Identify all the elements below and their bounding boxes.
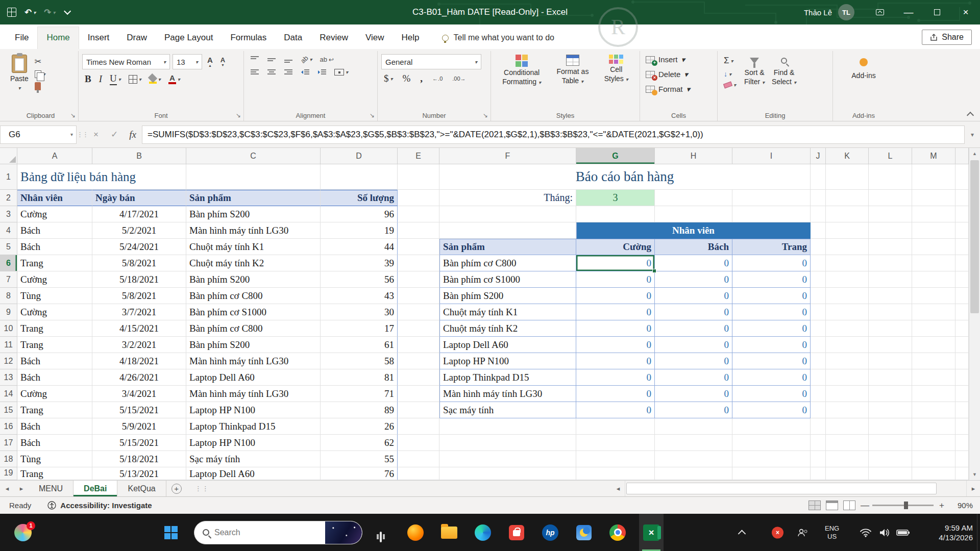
cell-E12[interactable] <box>398 353 439 369</box>
cell-A12[interactable]: Bách <box>17 353 92 369</box>
cell-F10[interactable]: Chuột máy tính K2 <box>439 320 576 337</box>
cell-L10[interactable] <box>869 320 912 337</box>
cell-E9[interactable] <box>398 304 439 320</box>
cell-M9[interactable] <box>912 304 955 320</box>
hidden-icons-chevron[interactable] <box>738 530 746 538</box>
increase-decimal-button[interactable]: ←.0 <box>430 74 445 83</box>
cell-B12[interactable]: 4/18/2021 <box>92 353 186 369</box>
format-cells-button[interactable]: Format▾ <box>644 82 714 96</box>
cell-L11[interactable] <box>869 337 912 353</box>
italic-button[interactable]: I <box>96 72 105 86</box>
align-bottom-button[interactable] <box>281 54 296 65</box>
chevron-down-icon[interactable]: ▾ <box>626 77 628 82</box>
enter-entry-button[interactable]: ✓ <box>105 126 124 144</box>
merge-center-button[interactable]: ▾ <box>332 67 351 77</box>
cell-L13[interactable] <box>869 369 912 386</box>
cell-F19[interactable] <box>439 467 576 480</box>
cell-E13[interactable] <box>398 369 439 386</box>
cell-F13[interactable]: Laptop Thinkpad D15 <box>439 369 576 386</box>
cell-G4[interactable]: Nhân viên <box>576 222 811 239</box>
cell-E6[interactable] <box>398 255 439 271</box>
cell-B14[interactable]: 3/4/2021 <box>92 386 186 402</box>
chevron-down-icon[interactable]: ▾ <box>687 85 691 94</box>
cell-D3[interactable]: 96 <box>321 206 398 222</box>
chevron-down-icon[interactable]: ▾ <box>33 10 36 15</box>
cell-K10[interactable] <box>826 320 869 337</box>
cell-C19[interactable]: Laptop Dell A60 <box>186 467 321 480</box>
cell-B9[interactable]: 3/7/2021 <box>92 304 186 320</box>
cell-F18[interactable] <box>439 451 576 467</box>
cell-D13[interactable]: 81 <box>321 369 398 386</box>
cell-F12[interactable]: Laptop HP N100 <box>439 353 576 369</box>
show-desktop-button[interactable] <box>977 514 980 551</box>
fill-handle[interactable] <box>652 269 656 273</box>
chevron-down-icon[interactable]: ▾ <box>195 59 198 65</box>
column-header-G[interactable]: G <box>576 148 655 164</box>
cell-J15[interactable] <box>811 402 826 418</box>
cell-A7[interactable]: Cường <box>17 271 92 288</box>
cell-M19[interactable] <box>912 467 955 480</box>
tab-insert[interactable]: Insert <box>79 27 118 49</box>
find-select-button[interactable]: Find &Select ▾ <box>768 52 800 89</box>
formula-bar-splitter[interactable]: ⋮⋮ <box>77 131 87 138</box>
cell-B8[interactable]: 5/8/2021 <box>92 288 186 304</box>
cell-G14[interactable]: 0 <box>576 386 655 402</box>
cell-G17[interactable] <box>576 435 655 451</box>
cell-M10[interactable] <box>912 320 955 337</box>
tab-help[interactable]: Help <box>393 27 428 49</box>
undo-button[interactable]: ↶▾ <box>24 7 36 18</box>
align-left-button[interactable] <box>248 67 262 78</box>
tab-file[interactable]: File <box>6 27 37 49</box>
cell-B19[interactable]: 5/13/2021 <box>92 467 186 480</box>
cell-C3[interactable]: Bàn phím S200 <box>186 206 321 222</box>
cell-L8[interactable] <box>869 288 912 304</box>
horizontal-scroll-track[interactable] <box>625 481 967 496</box>
cell-J8[interactable] <box>811 288 826 304</box>
horizontal-scrollbar[interactable]: ◂ ▸ <box>611 481 980 496</box>
cell-D5[interactable]: 44 <box>321 239 398 255</box>
cell-I6[interactable]: 0 <box>732 255 811 271</box>
cell-I3[interactable] <box>732 206 811 222</box>
cell-C8[interactable]: Bàn phím cơ C800 <box>186 288 321 304</box>
cell-G11[interactable]: 0 <box>576 337 655 353</box>
horizontal-scroll-thumb[interactable] <box>626 483 937 494</box>
cell-E7[interactable] <box>398 271 439 288</box>
cell-H19[interactable] <box>655 467 732 480</box>
cell-D1[interactable] <box>321 164 398 190</box>
speaker-icon[interactable] <box>879 528 890 537</box>
cell-D8[interactable]: 43 <box>321 288 398 304</box>
cell-F11[interactable]: Laptop Dell A60 <box>439 337 576 353</box>
cell-K18[interactable] <box>826 451 869 467</box>
chevron-down-icon[interactable]: ▾ <box>70 132 73 137</box>
cell-D7[interactable]: 56 <box>321 271 398 288</box>
tab-splitter-handle[interactable]: ⋮⋮ <box>195 481 209 496</box>
wifi-icon[interactable] <box>860 528 872 537</box>
cell-J11[interactable] <box>811 337 826 353</box>
clipboard-dialog-launcher-icon[interactable]: ↘ <box>70 112 76 119</box>
cell-J12[interactable] <box>811 353 826 369</box>
decrease-decimal-button[interactable]: .00→ <box>450 74 468 83</box>
row-header-12[interactable]: 12 <box>0 353 17 369</box>
tab-data[interactable]: Data <box>275 27 311 49</box>
row-header-18[interactable]: 18 <box>0 451 17 467</box>
sheet-tab-ketqua[interactable]: KetQua <box>117 481 166 496</box>
cell-C18[interactable]: Sạc máy tính <box>186 451 321 467</box>
chevron-down-icon[interactable]: ▾ <box>346 69 348 75</box>
cell-E14[interactable] <box>398 386 439 402</box>
tab-review[interactable]: Review <box>311 27 357 49</box>
column-header-J[interactable]: J <box>811 148 826 164</box>
cell-I10[interactable]: 0 <box>732 320 811 337</box>
number-dialog-launcher-icon[interactable]: ↘ <box>483 112 488 119</box>
comma-style-button[interactable]: , <box>418 71 425 86</box>
column-header-B[interactable]: B <box>92 148 186 164</box>
cell-D14[interactable]: 71 <box>321 386 398 402</box>
alignment-dialog-launcher-icon[interactable]: ↘ <box>370 112 375 119</box>
format-as-table-button[interactable]: Format asTable ▾ <box>553 52 592 89</box>
autosum-button[interactable]: Σ▾ <box>721 54 739 67</box>
cell-C15[interactable]: Laptop HP N100 <box>186 402 321 418</box>
zoom-in-button[interactable]: + <box>938 500 945 511</box>
cell-K3[interactable] <box>826 206 869 222</box>
wrap-text-button[interactable]: ab↩ <box>317 54 337 65</box>
row-header-4[interactable]: 4 <box>0 222 17 239</box>
number-format-combobox[interactable]: General▾ <box>381 54 481 69</box>
